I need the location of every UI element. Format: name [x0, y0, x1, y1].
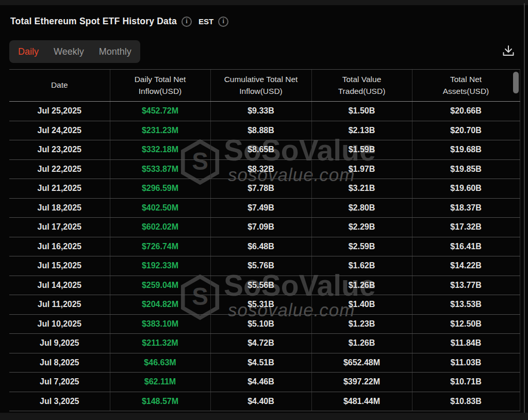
- table-row[interactable]: Jul 25,2025$452.72M$9.33B$1.50B$20.66B: [9, 102, 520, 121]
- table-row[interactable]: Jul 18,2025$402.50M$7.49B$2.80B$18.37B: [9, 198, 520, 218]
- column-header-cumulative_net_inflow: Cumulative Total NetInflow(USD): [210, 70, 311, 102]
- table-row[interactable]: Jul 23,2025$332.18M$8.65B$1.59B$19.68B: [9, 140, 520, 160]
- table-row[interactable]: Jul 9,2025$211.32M$4.72B$1.26B$11.84B: [9, 334, 520, 353]
- date-cell: Jul 25,2025: [9, 102, 110, 121]
- daily_net_inflow-cell: $383.10M: [110, 314, 210, 334]
- cumulative_net_inflow-cell: $8.32B: [210, 159, 311, 179]
- value_traded-cell: $1.50B: [311, 102, 412, 121]
- table-row[interactable]: Jul 11,2025$204.82M$5.31B$1.40B$13.53B: [9, 295, 520, 315]
- net_assets-cell: $13.77B: [412, 276, 520, 295]
- net_assets-cell: $12.50B: [412, 314, 520, 334]
- cumulative_net_inflow-cell: $5.76B: [210, 256, 311, 276]
- daily_net_inflow-cell: $602.02M: [110, 218, 210, 237]
- cumulative_net_inflow-cell: $5.31B: [210, 295, 311, 315]
- value_traded-cell: $2.29B: [311, 218, 412, 237]
- cumulative_net_inflow-cell: $4.51B: [210, 353, 311, 373]
- value_traded-cell: $397.22M: [311, 373, 412, 392]
- net_assets-cell: $14.22B: [412, 256, 520, 276]
- date-cell: Jul 7,2025: [9, 373, 110, 392]
- daily_net_inflow-cell: $192.33M: [110, 256, 210, 276]
- table-row[interactable]: Jul 16,2025$726.74M$6.48B$2.59B$16.41B: [9, 237, 520, 256]
- download-button[interactable]: [500, 43, 517, 59]
- net_assets-cell: $19.60B: [412, 179, 520, 199]
- cumulative_net_inflow-cell: $4.46B: [210, 373, 311, 392]
- table-row[interactable]: Jul 3,2025$148.57M$4.40B$481.44M$10.83B: [9, 392, 520, 411]
- daily_net_inflow-cell: $46.63M: [110, 353, 210, 373]
- page: Total Ethereum Spot ETF History Data i E…: [0, 0, 528, 420]
- cumulative_net_inflow-cell: $6.48B: [210, 237, 311, 256]
- net_assets-cell: $20.70B: [412, 121, 520, 140]
- daily_net_inflow-cell: $726.74M: [110, 237, 210, 256]
- table-row[interactable]: Jul 17,2025$602.02M$7.09B$2.29B$17.32B: [9, 218, 520, 237]
- value_traded-cell: $652.48M: [311, 353, 412, 373]
- bottom-strip: [0, 413, 528, 420]
- download-icon: [502, 44, 515, 58]
- timezone-info-icon[interactable]: i: [218, 17, 228, 27]
- top-strip: [0, 0, 528, 5]
- table-header-row: DateDaily Total NetInflow(USD)Cumulative…: [9, 70, 520, 102]
- daily_net_inflow-cell: $231.23M: [110, 121, 210, 140]
- period-tabs: Daily Weekly Monthly: [9, 40, 140, 63]
- date-cell: Jul 9,2025: [9, 334, 110, 353]
- daily_net_inflow-cell: $332.18M: [110, 140, 210, 160]
- date-cell: Jul 22,2025: [9, 159, 110, 179]
- date-cell: Jul 8,2025: [9, 353, 110, 373]
- page-title: Total Ethereum Spot ETF History Data: [10, 16, 177, 27]
- date-cell: Jul 23,2025: [9, 140, 110, 160]
- value_traded-cell: $2.59B: [311, 237, 412, 256]
- cumulative_net_inflow-cell: $8.65B: [210, 140, 311, 160]
- value_traded-cell: $1.26B: [311, 334, 412, 353]
- table-row[interactable]: Jul 14,2025$259.04M$5.56B$1.26B$13.77B: [9, 276, 520, 295]
- table-row[interactable]: Jul 8,2025$46.63M$4.51B$652.48M$11.03B: [9, 353, 520, 373]
- date-cell: Jul 21,2025: [9, 179, 110, 199]
- cumulative_net_inflow-cell: $7.09B: [210, 218, 311, 237]
- net_assets-cell: $10.71B: [412, 373, 520, 392]
- value_traded-cell: $1.26B: [311, 276, 412, 295]
- cumulative_net_inflow-cell: $5.56B: [210, 276, 311, 295]
- net_assets-cell: $11.84B: [412, 334, 520, 353]
- value_traded-cell: $2.13B: [311, 121, 412, 140]
- net_assets-cell: $19.85B: [412, 159, 520, 179]
- value_traded-cell: $1.59B: [311, 140, 412, 160]
- daily_net_inflow-cell: $296.59M: [110, 179, 210, 199]
- tab-weekly[interactable]: Weekly: [54, 46, 84, 57]
- net_assets-cell: $17.32B: [412, 218, 520, 237]
- table-row[interactable]: Jul 22,2025$533.87M$8.32B$1.97B$19.85B: [9, 159, 520, 179]
- date-cell: Jul 17,2025: [9, 218, 110, 237]
- value_traded-cell: $481.44M: [311, 392, 412, 411]
- column-header-daily_net_inflow: Daily Total NetInflow(USD): [110, 70, 210, 102]
- table-row[interactable]: Jul 15,2025$192.33M$5.76B$1.62B$14.22B: [9, 256, 520, 276]
- table-row[interactable]: Jul 21,2025$296.59M$7.78B$3.21B$19.60B: [9, 179, 520, 199]
- etf-history-table: DateDaily Total NetInflow(USD)Cumulative…: [9, 69, 520, 411]
- column-header-value_traded: Total ValueTraded(USD): [311, 70, 412, 102]
- card-header: Total Ethereum Spot ETF History Data i E…: [10, 16, 228, 27]
- table-row[interactable]: Jul 10,2025$383.10M$5.10B$1.23B$12.50B: [9, 314, 520, 334]
- title-info-icon[interactable]: i: [182, 17, 192, 27]
- tab-daily[interactable]: Daily: [18, 46, 39, 57]
- table-row[interactable]: Jul 24,2025$231.23M$8.88B$2.13B$20.70B: [9, 121, 520, 140]
- value_traded-cell: $2.80B: [311, 198, 412, 218]
- timezone-label: EST: [199, 17, 213, 26]
- cumulative_net_inflow-cell: $4.72B: [210, 334, 311, 353]
- date-cell: Jul 10,2025: [9, 314, 110, 334]
- date-cell: Jul 3,2025: [9, 392, 110, 411]
- tab-monthly[interactable]: Monthly: [99, 46, 131, 57]
- daily_net_inflow-cell: $259.04M: [110, 276, 210, 295]
- cumulative_net_inflow-cell: $9.33B: [210, 102, 311, 121]
- cumulative_net_inflow-cell: $7.49B: [210, 198, 311, 218]
- table-row[interactable]: Jul 7,2025$62.11M$4.46B$397.22M$10.71B: [9, 373, 520, 392]
- table-scrollbar-thumb[interactable]: [513, 72, 519, 93]
- daily_net_inflow-cell: $211.32M: [110, 334, 210, 353]
- cumulative_net_inflow-cell: $8.88B: [210, 121, 311, 140]
- daily_net_inflow-cell: $62.11M: [110, 373, 210, 392]
- daily_net_inflow-cell: $533.87M: [110, 159, 210, 179]
- date-cell: Jul 14,2025: [9, 276, 110, 295]
- date-cell: Jul 18,2025: [9, 198, 110, 218]
- net_assets-cell: $13.53B: [412, 295, 520, 315]
- column-header-net_assets: Total NetAssets(USD): [412, 70, 520, 102]
- date-cell: Jul 15,2025: [9, 256, 110, 276]
- value_traded-cell: $3.21B: [311, 179, 412, 199]
- table-body: Jul 25,2025$452.72M$9.33B$1.50B$20.66BJu…: [9, 102, 520, 411]
- page-scrollbar-track: [524, 3, 525, 416]
- cumulative_net_inflow-cell: $4.40B: [210, 392, 311, 411]
